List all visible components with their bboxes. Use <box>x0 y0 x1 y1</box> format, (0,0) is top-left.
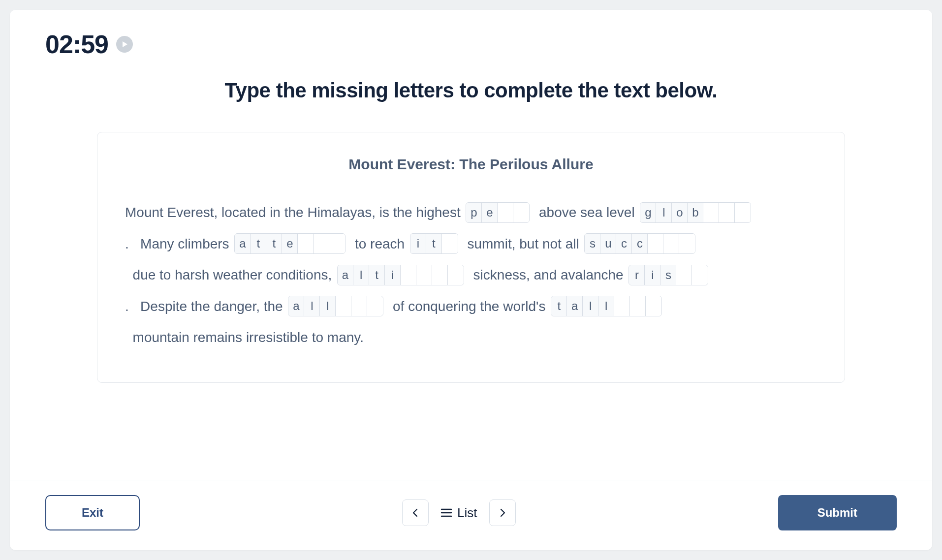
next-button[interactable] <box>489 499 516 526</box>
letter-fixed: t <box>426 234 442 253</box>
letter-input[interactable] <box>351 296 367 316</box>
letter-fixed: l <box>583 296 598 316</box>
list-label: List <box>457 505 477 521</box>
letter-input[interactable] <box>442 234 458 253</box>
svg-marker-0 <box>123 41 127 47</box>
letter-input[interactable] <box>432 265 448 285</box>
letter-fixed: u <box>600 234 616 253</box>
list-icon <box>440 508 452 518</box>
letter-input[interactable] <box>367 296 383 316</box>
cloze-word: glob <box>640 202 751 223</box>
timer-display: 02:59 <box>45 30 108 59</box>
letter-input[interactable] <box>692 265 708 285</box>
letter-input[interactable] <box>646 296 661 316</box>
letter-fixed: s <box>660 265 676 285</box>
letter-fixed: c <box>616 234 632 253</box>
chevron-right-icon <box>498 508 507 517</box>
passage-container: Mount Everest: The Perilous Allure Mount… <box>97 132 845 383</box>
letter-input[interactable] <box>513 203 529 222</box>
letter-fixed: l <box>656 203 672 222</box>
cloze-word: ris <box>628 265 708 285</box>
letter-fixed: l <box>304 296 320 316</box>
exit-button[interactable]: Exit <box>45 495 140 530</box>
passage-text: . Despite the danger, the <box>125 298 286 313</box>
cloze-word: pe <box>466 202 530 223</box>
letter-input[interactable] <box>336 296 351 316</box>
instruction-text: Type the missing letters to complete the… <box>10 79 932 102</box>
letter-fixed: i <box>410 234 426 253</box>
letter-fixed: t <box>251 234 266 253</box>
passage-text: above sea level <box>531 205 638 220</box>
passage-text: due to harsh weather conditions, <box>125 267 336 282</box>
letter-fixed: a <box>338 265 353 285</box>
passage-text: . Many climbers <box>125 236 233 251</box>
play-button[interactable] <box>116 36 133 53</box>
letter-fixed: c <box>632 234 648 253</box>
letter-fixed: r <box>629 265 645 285</box>
letter-input[interactable] <box>676 265 692 285</box>
letter-fixed: i <box>385 265 401 285</box>
letter-fixed: l <box>598 296 614 316</box>
letter-input[interactable] <box>329 234 345 253</box>
letter-input[interactable] <box>614 296 630 316</box>
nav-group: List <box>402 499 515 526</box>
letter-fixed: t <box>551 296 567 316</box>
timer-row: 02:59 <box>10 30 932 59</box>
letter-input[interactable] <box>719 203 735 222</box>
letter-input[interactable] <box>703 203 719 222</box>
letter-fixed: g <box>640 203 656 222</box>
letter-input[interactable] <box>630 296 646 316</box>
cloze-word: succ <box>584 233 695 254</box>
cloze-word: atte <box>234 233 345 254</box>
letter-input[interactable] <box>648 234 663 253</box>
letter-input[interactable] <box>416 265 432 285</box>
prev-button[interactable] <box>402 499 429 526</box>
letter-fixed: l <box>320 296 336 316</box>
letter-fixed: a <box>567 296 583 316</box>
letter-fixed: p <box>466 203 482 222</box>
letter-input[interactable] <box>448 265 464 285</box>
letter-input[interactable] <box>735 203 751 222</box>
letter-input[interactable] <box>679 234 695 253</box>
letter-input[interactable] <box>314 234 329 253</box>
passage-text: Mount Everest, located in the Himalayas,… <box>125 205 464 220</box>
letter-fixed: t <box>369 265 385 285</box>
passage-body: Mount Everest, located in the Himalayas,… <box>125 196 817 353</box>
cloze-word: tall <box>551 296 662 316</box>
letter-input[interactable] <box>298 234 314 253</box>
letter-fixed: o <box>672 203 688 222</box>
letter-fixed: l <box>353 265 369 285</box>
passage-text: summit, but not all <box>460 236 583 251</box>
passage-title: Mount Everest: The Perilous Allure <box>125 156 817 173</box>
letter-fixed: a <box>288 296 304 316</box>
chevron-left-icon <box>411 508 420 517</box>
letter-input[interactable] <box>498 203 513 222</box>
passage-text: sickness, and avalanche <box>466 267 627 282</box>
letter-fixed: e <box>282 234 298 253</box>
letter-fixed: b <box>688 203 703 222</box>
letter-fixed: e <box>482 203 498 222</box>
exercise-card: 02:59 Type the missing letters to comple… <box>10 10 932 550</box>
cloze-word: alti <box>337 265 464 285</box>
letter-input[interactable] <box>663 234 679 253</box>
passage-text: of conquering the world's <box>385 298 549 313</box>
footer-bar: Exit List Submit <box>10 480 932 550</box>
submit-button[interactable]: Submit <box>778 495 897 530</box>
passage-text: mountain remains irresistible to many. <box>125 330 364 345</box>
letter-input[interactable] <box>401 265 416 285</box>
letter-fixed: s <box>585 234 600 253</box>
cloze-word: it <box>410 233 458 254</box>
play-icon <box>121 41 128 48</box>
list-button[interactable]: List <box>438 505 480 521</box>
letter-fixed: a <box>235 234 251 253</box>
letter-fixed: i <box>645 265 660 285</box>
passage-text: to reach <box>347 236 408 251</box>
cloze-word: all <box>288 296 383 316</box>
letter-fixed: t <box>266 234 282 253</box>
